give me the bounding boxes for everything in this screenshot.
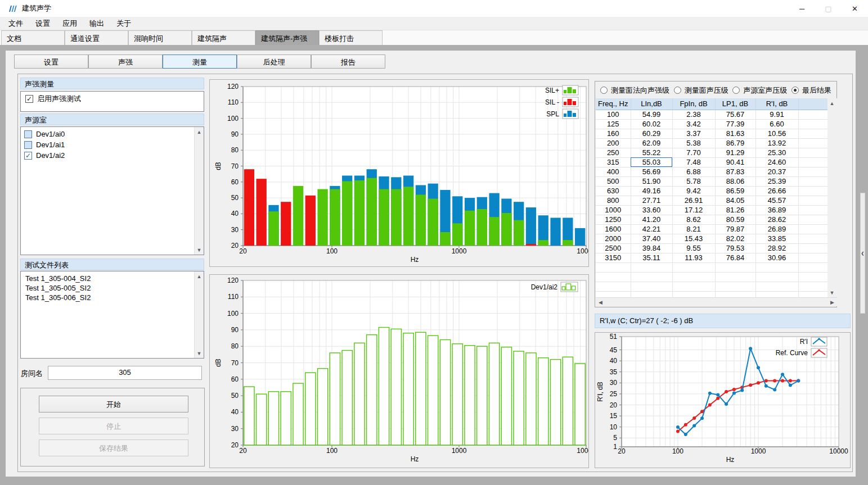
table-cell[interactable]: 60.02 [631,119,672,129]
table-cell[interactable] [798,176,827,186]
table-cell[interactable]: 55.03 [631,157,672,167]
menu-item-4[interactable]: 关于 [110,17,137,30]
table-cell[interactable]: 6.88 [672,167,715,176]
channel-item-1[interactable]: Dev1/ai1 [21,139,204,150]
table-cell[interactable]: 125 [596,119,631,129]
table-cell[interactable]: 9.55 [672,243,715,253]
minimize-icon[interactable]: ─ [789,0,815,17]
subtab-3[interactable]: 后处理 [237,55,311,69]
table-cell[interactable]: 49.16 [631,186,672,196]
table-cell[interactable]: 77.39 [715,119,755,129]
table-cell[interactable]: 8.21 [672,224,715,234]
scroll-up-icon[interactable]: ▲ [195,127,204,137]
tab-2[interactable]: 混响时间 [128,30,192,45]
scroll-up-icon[interactable]: ▲ [195,271,204,281]
table-cell[interactable]: 81.63 [715,129,755,138]
table-cell[interactable]: 25.30 [755,148,798,157]
tab-3[interactable]: 建筑隔声 [192,30,255,45]
enable-intensity-checkbox[interactable]: ✓ [25,95,33,103]
table-cell[interactable]: 9.42 [672,186,715,196]
table-cell[interactable] [798,157,827,167]
table-cell[interactable] [798,196,827,205]
table-cell[interactable] [798,110,827,119]
table-cell[interactable]: 200 [596,138,631,148]
tab-1[interactable]: 通道设置 [65,30,128,45]
radio-icon[interactable] [600,87,608,94]
test-file-item-2[interactable]: Test 1_305-006_SI2 [21,293,204,302]
scroll-up-icon[interactable]: ▲ [827,98,836,108]
table-cell[interactable]: 5.78 [672,176,715,186]
table-cell[interactable] [798,224,827,234]
table-cell[interactable]: 79.87 [715,224,755,234]
result-radio-2[interactable]: 声源室声压级 [732,85,787,96]
channel-checkbox[interactable]: ✓ [24,152,32,160]
table-cell[interactable]: 75.67 [715,110,755,119]
table-cell[interactable]: 2000 [596,234,631,243]
table-cell[interactable]: 54.99 [631,110,672,119]
table-cell[interactable]: 630 [596,186,631,196]
table-cell[interactable] [798,167,827,176]
menu-item-1[interactable]: 设置 [29,17,56,30]
test-file-item-0[interactable]: Test 1_305-004_SI2 [21,274,204,283]
table-cell[interactable]: 27.71 [631,196,672,205]
table-cell[interactable]: 81.26 [715,205,755,215]
table-cell[interactable]: 35.11 [631,253,672,262]
table-cell[interactable]: 5.38 [672,138,715,148]
tab-0[interactable]: 文档 [1,30,65,45]
table-cell[interactable]: 400 [596,167,631,176]
table-cell[interactable]: 30.96 [755,253,798,262]
test-file-item-1[interactable]: Test 1_305-005_SI2 [21,283,204,293]
menu-item-0[interactable]: 文件 [2,17,29,30]
table-cell[interactable] [798,253,827,262]
channel-checkbox[interactable] [24,141,32,149]
panel-collapse-handle[interactable]: ❮ [860,193,865,314]
table-cell[interactable]: 55.22 [631,148,672,157]
subtab-4[interactable]: 报告 [311,55,385,69]
table-cell[interactable] [798,186,827,196]
menu-item-3[interactable]: 输出 [83,17,110,30]
channel-item-2[interactable]: ✓Dev1/ai2 [21,150,204,161]
table-cell[interactable]: 250 [596,148,631,157]
table-cell[interactable] [798,148,827,157]
menu-item-2[interactable]: 应用 [56,17,83,30]
table-cell[interactable]: 3150 [596,253,631,262]
table-cell[interactable]: 88.06 [715,176,755,186]
tab-4[interactable]: 建筑隔声-声强 [255,30,319,45]
table-cell[interactable]: 15.43 [672,234,715,243]
table-cell[interactable]: 315 [596,157,631,167]
table-cell[interactable]: 6.60 [755,119,798,129]
table-cell[interactable] [798,215,827,224]
table-cell[interactable]: 41.20 [631,215,672,224]
close-icon[interactable]: ✕ [842,0,868,17]
table-cell[interactable]: 33.85 [755,234,798,243]
result-radio-0[interactable]: 测量面法向声强级 [600,85,669,96]
table-cell[interactable]: 36.89 [755,205,798,215]
channel-list-scrollbar[interactable]: ▲ ▼ [194,127,204,255]
table-cell[interactable]: 160 [596,129,631,138]
table-cell[interactable]: 86.79 [715,138,755,148]
table-cell[interactable]: 17.12 [672,205,715,215]
table-cell[interactable] [798,205,827,215]
radio-icon[interactable] [732,87,740,94]
table-cell[interactable]: 26.66 [755,186,798,196]
table-cell[interactable]: 1250 [596,215,631,224]
table-cell[interactable]: 56.69 [631,167,672,176]
scroll-down-icon[interactable]: ▼ [827,288,836,297]
scroll-down-icon[interactable]: ▼ [195,245,204,255]
table-cell[interactable]: 28.62 [755,215,798,224]
table-cell[interactable]: 79.53 [715,243,755,253]
scroll-right-icon[interactable]: ▶ [827,298,837,307]
table-cell[interactable]: 26.89 [755,224,798,234]
table-cell[interactable]: 33.60 [631,205,672,215]
radio-icon[interactable] [674,87,681,94]
table-cell[interactable]: 3.37 [672,129,715,138]
table-cell[interactable]: 91.29 [715,148,755,157]
table-cell[interactable]: 2.38 [672,110,715,119]
subtab-0[interactable]: 设置 [14,55,88,69]
table-cell[interactable]: 28.92 [755,243,798,253]
table-cell[interactable]: 39.84 [631,243,672,253]
table-cell[interactable]: 7.48 [672,157,715,167]
table-cell[interactable]: 500 [596,176,631,186]
table-cell[interactable]: 9.91 [755,110,798,119]
table-cell[interactable]: 2500 [596,243,631,253]
